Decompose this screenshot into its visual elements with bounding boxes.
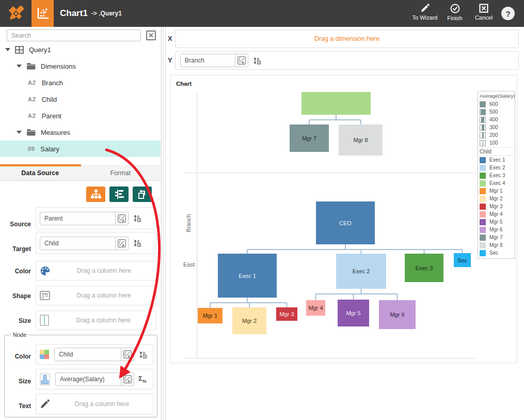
formula-button[interactable]: f x [235,54,248,67]
chart-legend[interactable]: Average(Salary)600500400300200100ChildEx… [478,91,515,259]
legend-color-entry[interactable]: Mgr 1 [478,187,515,195]
y-binding-input[interactable] [180,54,235,67]
panel-splitter[interactable] [165,27,166,420]
flip-chart-button[interactable] [133,186,152,202]
legend-color-entry[interactable]: Mgr 2 [478,195,515,203]
chart-node-exec-1[interactable]: Exec 1 [218,254,277,298]
y-binding-zone[interactable]: f x 0 1 [175,51,519,70]
size-histogram-icon [40,373,50,385]
tree-item-salary[interactable]: 09Salary [0,141,161,157]
chart-node-sec[interactable]: Sec [454,253,471,267]
formula-button[interactable]: f x [121,372,134,386]
chart-node-exec-3[interactable]: Exec 3 [405,254,443,282]
chart-node-exec-2[interactable]: Exec 2 [336,254,386,289]
to-wizard-button[interactable]: To Wizard [409,4,441,24]
shape-drop-zone[interactable]: Drag a column here [36,286,156,305]
legend-color-entry[interactable]: Mgr 4 [478,210,515,218]
tree-item-measures[interactable]: Measures [0,124,161,141]
source-input[interactable] [40,212,116,225]
sort-value-icon[interactable]: 0 1 [139,350,148,359]
formula-button[interactable]: f x [116,212,129,225]
tree-item-query1[interactable]: Query1 [0,41,161,58]
color-swatch [480,211,486,217]
chart-node-mgr-5[interactable]: Mgr 5 [338,300,369,326]
legend-color-entry[interactable]: Mgr 7 [478,234,515,241]
check-circle-icon [450,4,460,13]
legend-size-entry[interactable]: 600 [478,100,515,108]
panel-splitter[interactable] [163,27,164,420]
legend-color-entry[interactable]: Exec 3 [478,172,515,179]
finish-button[interactable]: Finish [439,4,471,24]
x-binding-drop-zone[interactable]: Drag a dimension here [175,29,519,48]
svg-text:f: f [239,57,241,61]
tab-data-source[interactable]: Data Source [0,166,81,180]
tree-layout-button[interactable] [86,186,105,202]
sort-value-icon[interactable]: 0 1 [133,214,142,223]
caret-down-icon[interactable] [17,65,22,68]
aggregate-formula-icon[interactable]: Σ% [138,375,147,384]
tree-item-branch[interactable]: AZBranch [0,74,161,91]
legend-color-entry[interactable]: Mgr 3 [478,203,515,210]
tree-item-dimensions[interactable]: Dimensions [0,58,161,74]
color-drop-zone[interactable]: Drag a column here [36,261,156,281]
chart-type-tile[interactable] [31,0,54,27]
string-field-icon: AZ [28,113,36,119]
clear-search-icon[interactable]: ✕ [146,30,156,40]
app-logo-icon[interactable] [4,3,28,24]
legend-size-entry[interactable]: 200 [478,131,515,139]
legend-size-entry[interactable]: 400 [478,116,515,123]
scatter-chart-icon [36,7,50,20]
help-button[interactable]: ? [501,7,515,20]
node-text-label: Text [0,402,31,410]
legend-size-entry[interactable]: 300 [478,123,515,131]
svg-text:1: 1 [138,219,140,222]
chart-node-exec-4[interactable] [301,92,371,115]
chart-node-ceo[interactable]: CEO [316,201,375,244]
node-text-drop-zone[interactable]: Drag a column here [36,394,153,414]
legend-color-entry[interactable]: Exec 1 [478,156,515,164]
legend-color-entry[interactable]: Mgr 8 [478,241,515,249]
folder-icon [26,63,36,70]
color-categories-icon [40,350,49,359]
chart-node-mgr-2[interactable]: Mgr 2 [232,307,266,334]
node-size-input[interactable] [55,372,121,386]
search-input[interactable] [7,29,141,41]
legend-color-entry[interactable]: Mgr 5 [478,218,515,226]
svg-text:f: f [119,240,121,244]
target-label: Target [0,245,31,253]
chart-node-mgr-3[interactable]: Mgr 3 [276,307,297,321]
cancel-button[interactable]: Cancel [468,4,500,24]
chart-canvas[interactable]: Chart Branch Mgr 7Mgr 8CEOExec 1Exec 2Ex… [170,75,517,363]
fx-icon: f x [118,214,126,223]
svg-text:f: f [119,215,121,220]
chart-node-mgr-8[interactable]: Mgr 8 [339,125,383,155]
data-panel: ✕ Query1DimensionsAZBranchAZChildAZParen… [0,27,162,420]
tree-item-label: Branch [42,79,63,87]
chart-node-mgr-7[interactable]: Mgr 7 [290,125,329,152]
color-swatch [480,219,486,225]
link-layout-button[interactable] [109,186,129,202]
color-swatch [480,188,486,194]
formula-button[interactable]: f x [116,237,129,250]
legend-size-entry[interactable]: 100 [478,139,515,147]
target-input[interactable] [40,237,116,250]
tab-format[interactable]: Format [81,166,161,180]
legend-color-entry[interactable]: Sec [478,249,515,257]
sort-value-icon[interactable]: 0 1 [253,56,262,65]
legend-color-entry[interactable]: Exec 4 [478,179,515,187]
chart-node-mgr-6[interactable]: Mgr 6 [379,300,416,329]
legend-color-entry[interactable]: Exec 2 [478,164,515,172]
formula-button[interactable]: f x [121,348,134,361]
tree-item-parent[interactable]: AZParent [0,107,161,124]
node-color-input[interactable] [54,348,121,361]
color-swatch [480,165,486,171]
chart-node-mgr-4[interactable]: Mgr 4 [306,300,325,316]
caret-down-icon[interactable] [5,48,10,51]
legend-size-entry[interactable]: 500 [478,108,515,116]
sort-value-icon[interactable]: 0 1 [133,239,142,247]
legend-color-entry[interactable]: Mgr 6 [478,226,515,234]
caret-down-icon[interactable] [17,131,22,134]
tree-item-child[interactable]: AZChild [0,91,161,107]
chart-node-mgr-1[interactable]: Mgr 1 [198,308,223,323]
size-drop-zone[interactable]: Drag a column here [36,310,156,330]
